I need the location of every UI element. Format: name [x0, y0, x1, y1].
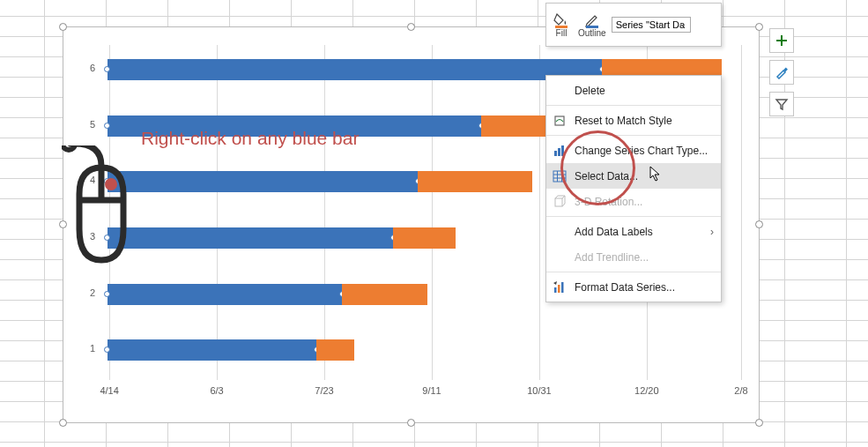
x-tick: 12/20	[634, 385, 659, 396]
menu-change-chart-type[interactable]: Change Series Chart Type...	[546, 138, 721, 163]
svg-rect-9	[561, 145, 564, 156]
gridline	[741, 45, 742, 380]
menu-label: Select Data...	[575, 170, 638, 183]
format-series-icon	[552, 279, 568, 295]
y-tick: 5	[90, 119, 95, 130]
menu-separator	[546, 272, 721, 272]
y-tick: 1	[90, 343, 95, 354]
fill-button[interactable]: Fill	[550, 11, 573, 40]
svg-rect-18	[561, 282, 564, 293]
plus-icon	[775, 34, 789, 48]
gridline	[324, 45, 325, 380]
series-selector-dropdown[interactable]: Series "Start Da	[612, 17, 691, 33]
series-start-date-bar[interactable]	[108, 339, 316, 361]
menu-3d-rotation: 3-D Rotation...	[546, 189, 721, 214]
series-duration-bar[interactable]	[418, 171, 531, 192]
gridline	[432, 45, 433, 380]
svg-rect-10	[553, 171, 566, 182]
series-select-dot	[104, 346, 110, 353]
select-data-icon	[552, 168, 568, 184]
chart-handle[interactable]	[755, 419, 763, 427]
series-selector-text: Series "Start Da	[616, 19, 686, 30]
series-select-dot	[104, 291, 110, 297]
series-start-date-bar[interactable]	[108, 227, 393, 249]
svg-rect-8	[558, 148, 560, 156]
chart-handle[interactable]	[59, 23, 67, 31]
series-select-dot	[104, 66, 110, 72]
menu-separator	[546, 105, 721, 106]
chart-styles-button[interactable]	[769, 60, 794, 85]
chart-handle[interactable]	[407, 23, 415, 31]
series-duration-bar[interactable]	[393, 227, 456, 249]
menu-format-data-series[interactable]: Format Data Series...	[546, 274, 721, 300]
reset-style-icon	[552, 113, 568, 129]
menu-label: Change Series Chart Type...	[575, 145, 708, 157]
menu-select-data[interactable]: Select Data...	[546, 163, 721, 189]
fill-label: Fill	[556, 28, 568, 38]
menu-label: 3-D Rotation...	[575, 196, 642, 208]
series-start-date-bar[interactable]	[108, 284, 342, 305]
instruction-annotation: Right-click on any blue bar	[141, 128, 359, 149]
chart-handle[interactable]	[755, 23, 763, 31]
blank-icon	[552, 250, 568, 265]
menu-label: Delete	[575, 85, 605, 97]
svg-rect-16	[554, 287, 557, 293]
menu-separator	[546, 216, 721, 217]
menu-add-trendline: Add Trendline...	[546, 244, 721, 270]
svg-rect-17	[558, 285, 560, 293]
x-tick: 4/14	[100, 385, 118, 396]
gridline	[539, 45, 540, 380]
menu-label: Add Trendline...	[575, 251, 649, 264]
series-start-date-bar[interactable]	[108, 171, 418, 192]
menu-delete[interactable]: Delete	[546, 78, 721, 103]
menu-reset-style[interactable]: Reset to Match Style	[546, 108, 721, 133]
bar-row: 1	[108, 339, 741, 361]
x-tick: 2/8	[734, 385, 747, 396]
menu-label: Add Data Labels	[575, 226, 653, 238]
context-menu: Delete Reset to Match Style Change Serie…	[545, 75, 722, 302]
chart-type-icon	[552, 143, 568, 159]
chart-handle[interactable]	[755, 220, 763, 228]
rotation-3d-icon	[552, 194, 568, 210]
chart-elements-button[interactable]	[769, 28, 794, 53]
y-tick: 2	[90, 287, 95, 298]
blank-icon	[552, 224, 568, 240]
mouse-right-click-icon	[62, 145, 141, 269]
y-tick: 6	[90, 63, 95, 73]
mini-toolbar: Fill Outline Series "Start Da	[545, 3, 722, 47]
pen-outline-icon	[584, 12, 600, 28]
gridline	[217, 45, 218, 380]
menu-label: Format Data Series...	[575, 281, 675, 294]
chart-handle[interactable]	[407, 419, 415, 427]
chart-filters-button[interactable]	[769, 92, 794, 116]
series-start-date-bar[interactable]	[108, 59, 602, 80]
outline-label: Outline	[578, 28, 606, 38]
menu-separator	[546, 135, 721, 136]
chart-handle[interactable]	[59, 419, 67, 427]
funnel-icon	[775, 97, 789, 111]
x-tick: 10/31	[527, 385, 552, 396]
outline-button[interactable]: Outline	[575, 11, 610, 40]
chart-side-buttons	[769, 28, 794, 116]
svg-point-2	[105, 178, 117, 190]
series-select-dot	[104, 123, 110, 129]
svg-rect-15	[555, 198, 562, 206]
series-duration-bar[interactable]	[342, 284, 427, 305]
blank-icon	[552, 83, 568, 99]
menu-label: Reset to Match Style	[575, 115, 672, 127]
menu-add-data-labels[interactable]: Add Data Labels ›	[546, 219, 721, 244]
x-tick: 6/3	[210, 385, 223, 396]
x-tick: 9/11	[422, 385, 441, 396]
svg-rect-7	[554, 151, 557, 156]
paintbrush-icon	[775, 65, 789, 79]
x-tick: 7/23	[315, 385, 333, 396]
series-duration-bar[interactable]	[316, 339, 354, 361]
fill-bucket-icon	[553, 12, 569, 28]
submenu-arrow-icon: ›	[710, 226, 714, 238]
